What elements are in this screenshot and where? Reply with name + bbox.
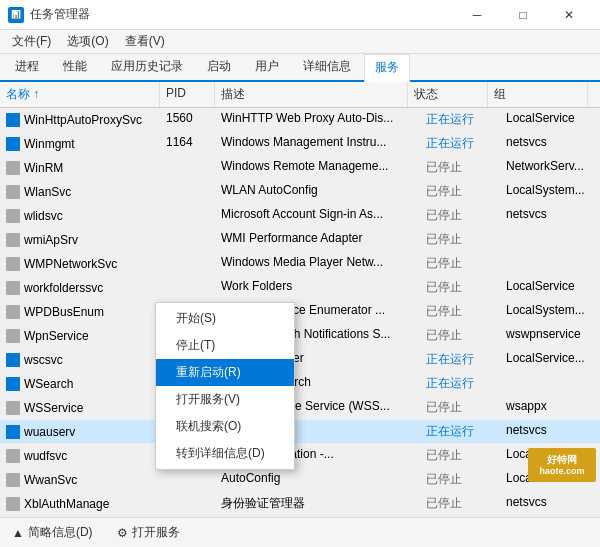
- name-text: wuauserv: [24, 425, 75, 439]
- cell-pid: [160, 252, 215, 275]
- cell-pid: [160, 468, 215, 491]
- menu-file[interactable]: 文件(F): [4, 31, 59, 52]
- service-icon: [6, 497, 20, 511]
- cell-desc: Windows Management Instru...: [215, 132, 420, 155]
- context-menu-item[interactable]: 停止(T): [156, 332, 294, 359]
- cell-status: 正在运行: [420, 420, 500, 443]
- cell-group: wsappx: [500, 396, 600, 419]
- table-row[interactable]: wscsvc 1216 Security Center 正在运行 LocalSe…: [0, 348, 600, 372]
- cell-pid: 1560: [160, 108, 215, 131]
- service-icon: [6, 281, 20, 295]
- cell-name: WlanSvc: [0, 180, 160, 203]
- table-row[interactable]: wudfsvc Driver Foundation -... 已停止 Local…: [0, 444, 600, 468]
- tab-startup[interactable]: 启动: [196, 53, 242, 80]
- cell-group: [500, 372, 600, 395]
- cell-name: wlidsvc: [0, 204, 160, 227]
- tab-bar: 进程 性能 应用历史记录 启动 用户 详细信息 服务: [0, 54, 600, 82]
- cell-name: Winmgmt: [0, 132, 160, 155]
- name-text: WinRM: [24, 161, 63, 175]
- table-row[interactable]: WlanSvc WLAN AutoConfig 已停止 LocalSystem.…: [0, 180, 600, 204]
- cell-pid: [160, 492, 215, 515]
- tab-app-history[interactable]: 应用历史记录: [100, 53, 194, 80]
- maximize-button[interactable]: □: [500, 0, 546, 30]
- th-status[interactable]: 状态: [408, 82, 488, 107]
- table-row[interactable]: WSearch 376 Windows Search 正在运行: [0, 372, 600, 396]
- table-row[interactable]: XblAuthManage 身份验证管理器 已停止 netsvcs: [0, 492, 600, 516]
- close-button[interactable]: ✕: [546, 0, 592, 30]
- name-text: WlanSvc: [24, 185, 71, 199]
- table-row[interactable]: WinRM Windows Remote Manageme... 已停止 Net…: [0, 156, 600, 180]
- tab-details[interactable]: 详细信息: [292, 53, 362, 80]
- title-text: 任务管理器: [30, 6, 90, 23]
- cell-name: wuauserv: [0, 420, 160, 443]
- cell-pid: [160, 228, 215, 251]
- th-desc[interactable]: 描述: [215, 82, 408, 107]
- cell-status: 已停止: [420, 180, 500, 203]
- service-icon: [6, 353, 20, 367]
- table-row[interactable]: wmiApSrv WMI Performance Adapter 已停止: [0, 228, 600, 252]
- table-row[interactable]: WpnService Windows Push Notifications S.…: [0, 324, 600, 348]
- tab-performance[interactable]: 性能: [52, 53, 98, 80]
- cell-group: LocalService...: [500, 348, 600, 371]
- cell-desc: Windows Remote Manageme...: [215, 156, 420, 179]
- cell-desc: Windows Media Player Netw...: [215, 252, 420, 275]
- table-row[interactable]: wuauserv 1164 Windows... 正在运行 netsvcs: [0, 420, 600, 444]
- cell-status: 正在运行: [420, 348, 500, 371]
- cell-desc: WLAN AutoConfig: [215, 180, 420, 203]
- cell-status: 已停止: [420, 300, 500, 323]
- tab-process[interactable]: 进程: [4, 53, 50, 80]
- open-service-button[interactable]: ⚙ 打开服务: [113, 522, 184, 543]
- table-row[interactable]: Winmgmt 1164 Windows Management Instru..…: [0, 132, 600, 156]
- cell-name: WMPNetworkSvc: [0, 252, 160, 275]
- cell-group: LocalSystem...: [500, 300, 600, 323]
- context-menu-item[interactable]: 重新启动(R): [156, 359, 294, 386]
- name-text: workfolderssvc: [24, 281, 103, 295]
- th-name[interactable]: 名称 ↑: [0, 82, 160, 107]
- menu-view[interactable]: 查看(V): [117, 31, 173, 52]
- name-text: XblAuthManage: [24, 497, 109, 511]
- table-body[interactable]: WinHttpAutoProxySvc 1560 WinHTTP Web Pro…: [0, 108, 600, 517]
- table-row[interactable]: workfolderssvc Work Folders 已停止 LocalSer…: [0, 276, 600, 300]
- cell-status: 已停止: [420, 492, 500, 515]
- table-row[interactable]: wlidsvc Microsoft Account Sign-in As... …: [0, 204, 600, 228]
- watermark-line1: 好特网: [539, 453, 584, 466]
- cell-desc: Work Folders: [215, 276, 420, 299]
- tab-services[interactable]: 服务: [364, 54, 410, 82]
- context-menu-item[interactable]: 转到详细信息(D): [156, 440, 294, 467]
- cell-status: 已停止: [420, 468, 500, 491]
- cell-group: NetworkServ...: [500, 156, 600, 179]
- name-text: wlidsvc: [24, 209, 63, 223]
- table-header: 名称 ↑ PID 描述 状态 组: [0, 82, 600, 108]
- context-menu-item[interactable]: 打开服务(V): [156, 386, 294, 413]
- cell-status: 正在运行: [420, 132, 500, 155]
- service-icon: [6, 449, 20, 463]
- table-row[interactable]: WwanSvc AutoConfig 已停止 LocalService: [0, 468, 600, 492]
- th-pid[interactable]: PID: [160, 82, 215, 107]
- cell-name: WpnService: [0, 324, 160, 347]
- name-text: WSService: [24, 401, 83, 415]
- minimize-button[interactable]: ─: [454, 0, 500, 30]
- table-row[interactable]: WPDBusEnum Portable Device Enumerator ..…: [0, 300, 600, 324]
- th-scroll-spacer: [588, 82, 600, 107]
- context-menu-item[interactable]: 开始(S): [156, 305, 294, 332]
- cell-name: WSService: [0, 396, 160, 419]
- main-content: 名称 ↑ PID 描述 状态 组 WinHttpAutoProxySvc 156…: [0, 82, 600, 517]
- context-menu-item[interactable]: 联机搜索(O): [156, 413, 294, 440]
- name-text: wmiApSrv: [24, 233, 78, 247]
- cell-name: WPDBusEnum: [0, 300, 160, 323]
- table-row[interactable]: WSService Windows Store Service (WSS... …: [0, 396, 600, 420]
- title-controls: ─ □ ✕: [454, 0, 592, 30]
- table-row[interactable]: WinHttpAutoProxySvc 1560 WinHTTP Web Pro…: [0, 108, 600, 132]
- brief-info-button[interactable]: ▲ 简略信息(D): [8, 522, 97, 543]
- th-group[interactable]: 组: [488, 82, 588, 107]
- menu-options[interactable]: 选项(O): [59, 31, 116, 52]
- cell-name: wudfsvc: [0, 444, 160, 467]
- cell-name: WwanSvc: [0, 468, 160, 491]
- cell-group: netsvcs: [500, 516, 600, 517]
- cell-pid: [160, 516, 215, 517]
- table-row[interactable]: XblGameSave 游戏存储 已停止 netsvcs: [0, 516, 600, 517]
- tab-users[interactable]: 用户: [244, 53, 290, 80]
- table-row[interactable]: WMPNetworkSvc Windows Media Player Netw.…: [0, 252, 600, 276]
- cell-desc: AutoConfig: [215, 468, 420, 491]
- gear-icon: ⚙: [117, 526, 128, 540]
